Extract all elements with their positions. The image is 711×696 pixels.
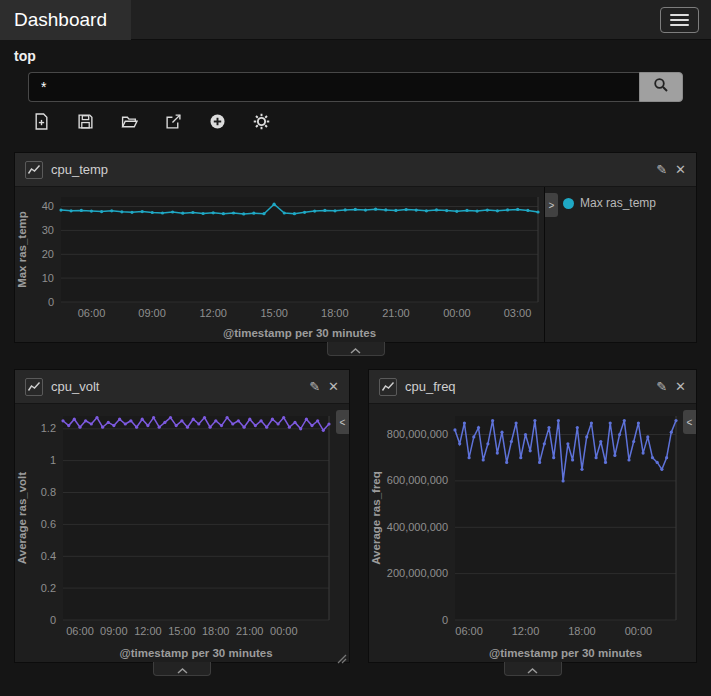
legend-collapse-handle[interactable]: >: [545, 193, 558, 217]
svg-text:0: 0: [48, 296, 54, 308]
legend-item-max-ras-temp[interactable]: Max ras_temp: [545, 187, 696, 210]
svg-text:@timestamp per 30 minutes: @timestamp per 30 minutes: [489, 647, 642, 659]
panel-cpu-freq: cpu_freq ✎ ✕ 0200,000,000400,000,000600,…: [368, 369, 697, 663]
panel-cpu-temp: cpu_temp ✎ ✕ 01020304006:0009:0012:0015:…: [14, 152, 697, 343]
panel-cpu-freq-body: 0200,000,000400,000,000600,000,000800,00…: [369, 404, 696, 662]
svg-text:09:00: 09:00: [138, 307, 166, 319]
chevron-up-icon: [527, 660, 538, 678]
panel-cpu-volt: cpu_volt ✎ ✕ 00.20.40.60.811.206:0009:00…: [14, 369, 350, 663]
top-navbar: Dashboard: [0, 0, 711, 40]
svg-text:10: 10: [42, 272, 54, 284]
svg-text:Average ras_volt: Average ras_volt: [16, 472, 28, 564]
svg-text:18:00: 18:00: [321, 307, 349, 319]
new-document-icon[interactable]: [33, 113, 50, 130]
svg-text:800,000,000: 800,000,000: [387, 428, 448, 440]
collapse-row-button[interactable]: [153, 662, 211, 676]
panel-cpu-volt-header: cpu_volt ✎ ✕: [15, 370, 349, 404]
svg-text:00:00: 00:00: [443, 307, 471, 319]
open-folder-icon[interactable]: [121, 113, 138, 130]
line-chart-icon: [379, 378, 397, 396]
svg-text:15:00: 15:00: [260, 307, 288, 319]
dashboard-toolbar: [33, 113, 683, 130]
query-input[interactable]: [28, 72, 639, 102]
svg-text:400,000,000: 400,000,000: [387, 521, 448, 533]
legend-expand-handle[interactable]: <: [683, 410, 696, 434]
save-icon[interactable]: [77, 113, 94, 130]
collapse-row-button[interactable]: [327, 342, 385, 356]
collapse-row-button[interactable]: [504, 662, 562, 676]
svg-text:200,000,000: 200,000,000: [387, 567, 448, 579]
svg-text:12:00: 12:00: [199, 307, 227, 319]
svg-text:@timestamp per 30 minutes: @timestamp per 30 minutes: [119, 647, 272, 659]
cpu-temp-chart[interactable]: 01020304006:0009:0012:0015:0018:0021:000…: [15, 187, 544, 342]
panel-title: cpu_temp: [51, 162, 108, 177]
cpu-freq-chart[interactable]: 0200,000,000400,000,000600,000,000800,00…: [369, 404, 692, 662]
svg-text:00:00: 00:00: [625, 625, 653, 637]
close-panel-icon[interactable]: ✕: [675, 380, 686, 393]
svg-text:15:00: 15:00: [168, 625, 196, 637]
svg-text:00:00: 00:00: [270, 625, 298, 637]
panel-title: cpu_freq: [405, 379, 456, 394]
row-volt-freq: cpu_volt ✎ ✕ 00.20.40.60.811.206:0009:00…: [14, 369, 697, 676]
edit-panel-icon[interactable]: ✎: [309, 380, 320, 393]
col-cpu-freq: cpu_freq ✎ ✕ 0200,000,000400,000,000600,…: [368, 369, 697, 676]
col-cpu-volt: cpu_volt ✎ ✕ 00.20.40.60.811.206:0009:00…: [14, 369, 350, 676]
settings-gear-icon[interactable]: [253, 113, 270, 130]
svg-text:03:00: 03:00: [504, 307, 532, 319]
legend-expand-handle[interactable]: <: [336, 410, 349, 434]
panel-cpu-temp-header: cpu_temp ✎ ✕: [15, 153, 696, 187]
row-cpu-temp: cpu_temp ✎ ✕ 01020304006:0009:0012:0015:…: [14, 152, 697, 356]
svg-text:06:00: 06:00: [455, 625, 483, 637]
svg-text:06:00: 06:00: [66, 625, 94, 637]
line-chart-icon: [25, 161, 43, 179]
svg-text:0.8: 0.8: [41, 486, 56, 498]
legend-swatch: [563, 198, 574, 209]
panel-cpu-volt-body: 00.20.40.60.811.206:0009:0012:0015:0018:…: [15, 404, 349, 662]
cpu-volt-chart[interactable]: 00.20.40.60.811.206:0009:0012:0015:0018:…: [15, 404, 345, 662]
legend-label: Max ras_temp: [580, 196, 656, 210]
svg-text:09:00: 09:00: [100, 625, 128, 637]
close-panel-icon[interactable]: ✕: [675, 163, 686, 176]
panel-cpu-freq-header: cpu_freq ✎ ✕: [369, 370, 696, 404]
svg-text:06:00: 06:00: [78, 307, 106, 319]
svg-text:0: 0: [50, 614, 56, 626]
search-icon: [653, 77, 669, 97]
resize-handle[interactable]: [337, 650, 347, 660]
svg-text:Max ras_temp: Max ras_temp: [16, 211, 28, 288]
svg-text:@timestamp per 30 minutes: @timestamp per 30 minutes: [223, 327, 376, 339]
hamburger-menu-button[interactable]: [660, 7, 699, 33]
hamburger-icon: [670, 14, 689, 16]
svg-text:18:00: 18:00: [202, 625, 230, 637]
app-title: Dashboard: [0, 0, 131, 40]
svg-text:20: 20: [42, 248, 54, 260]
search-button[interactable]: [639, 72, 683, 102]
svg-text:21:00: 21:00: [236, 625, 264, 637]
svg-text:0: 0: [442, 614, 448, 626]
svg-text:30: 30: [42, 224, 54, 236]
svg-text:12:00: 12:00: [134, 625, 162, 637]
edit-panel-icon[interactable]: ✎: [656, 380, 667, 393]
svg-text:12:00: 12:00: [512, 625, 540, 637]
svg-text:21:00: 21:00: [382, 307, 410, 319]
panel-cpu-temp-body: 01020304006:0009:0012:0015:0018:0021:000…: [15, 187, 696, 342]
svg-text:18:00: 18:00: [568, 625, 596, 637]
svg-text:600,000,000: 600,000,000: [387, 474, 448, 486]
query-section: top: [0, 40, 711, 130]
svg-text:40: 40: [42, 200, 54, 212]
svg-text:Average ras_freq: Average ras_freq: [370, 471, 382, 565]
svg-text:0.2: 0.2: [41, 582, 56, 594]
edit-panel-icon[interactable]: ✎: [656, 163, 667, 176]
search-bar: [28, 72, 683, 102]
cpu-temp-legend: > Max ras_temp: [544, 187, 696, 342]
chevron-up-icon: [177, 660, 188, 678]
query-label: top: [14, 48, 697, 64]
line-chart-icon: [25, 378, 43, 396]
panel-title: cpu_volt: [51, 379, 99, 394]
add-panel-icon[interactable]: [209, 113, 226, 130]
svg-text:1: 1: [50, 454, 56, 466]
svg-text:0.6: 0.6: [41, 518, 56, 530]
close-panel-icon[interactable]: ✕: [328, 380, 339, 393]
share-icon[interactable]: [165, 113, 182, 130]
svg-text:0.4: 0.4: [41, 550, 56, 562]
svg-text:1.2: 1.2: [41, 422, 56, 434]
